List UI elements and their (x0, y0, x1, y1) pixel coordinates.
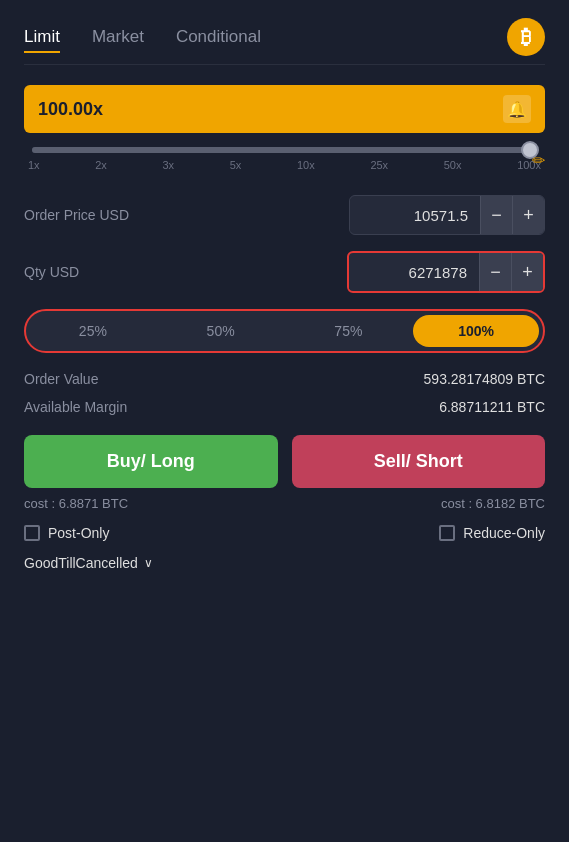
order-value-label: Order Value (24, 371, 98, 387)
order-price-label: Order Price USD (24, 207, 349, 223)
order-price-input[interactable] (350, 199, 480, 232)
slider-ticks: 1x 2x 3x 5x 10x 25x 50x 100x (24, 159, 545, 171)
trading-panel: Limit Market Conditional ₿ 100.00x 🔔 1x … (0, 0, 569, 595)
available-margin-row: Available Margin 6.88711211 BTC (24, 399, 545, 415)
tick-2x: 2x (95, 159, 107, 171)
qty-plus-button[interactable]: + (511, 253, 543, 291)
slider-thumb[interactable] (521, 141, 539, 159)
chevron-down-icon: ∨ (144, 556, 153, 570)
available-margin-amount: 6.88711211 BTC (439, 399, 545, 415)
checkbox-row: Post-Only Reduce-Only (24, 525, 545, 541)
tick-3x: 3x (163, 159, 175, 171)
btc-icon[interactable]: ₿ (507, 18, 545, 56)
tick-10x: 10x (297, 159, 315, 171)
percentage-row: 25% 50% 75% 100% (24, 309, 545, 353)
sell-short-button[interactable]: Sell/ Short (292, 435, 546, 488)
tick-5x: 5x (230, 159, 242, 171)
order-type-dropdown[interactable]: GoodTillCancelled ∨ (24, 555, 545, 571)
qty-label: Qty USD (24, 264, 347, 280)
available-margin-label: Available Margin (24, 399, 127, 415)
buy-long-button[interactable]: Buy/ Long (24, 435, 278, 488)
cost-row: cost : 6.8871 BTC cost : 6.8182 BTC (24, 496, 545, 511)
leverage-slider-container: 1x 2x 3x 5x 10x 25x 50x 100x ✏ (24, 143, 545, 175)
qty-row: Qty USD − + (24, 251, 545, 293)
tab-market[interactable]: Market (92, 21, 144, 53)
tick-50x: 50x (444, 159, 462, 171)
tabs-bar: Limit Market Conditional ₿ (24, 0, 545, 65)
action-buttons-row: Buy/ Long Sell/ Short (24, 435, 545, 488)
qty-input-group: − + (347, 251, 545, 293)
slider-fill (32, 147, 537, 153)
reduce-only-checkbox[interactable] (439, 525, 455, 541)
sell-cost-text: cost : 6.8182 BTC (441, 496, 545, 511)
leverage-value: 100.00x (38, 99, 103, 120)
order-price-minus-button[interactable]: − (480, 196, 512, 234)
tab-limit[interactable]: Limit (24, 21, 60, 53)
post-only-label: Post-Only (48, 525, 109, 541)
order-price-input-group: − + (349, 195, 545, 235)
tick-100x: 100x (517, 159, 541, 171)
pct-25-button[interactable]: 25% (30, 315, 156, 347)
order-value-amount: 593.28174809 BTC (424, 371, 545, 387)
buy-cost-text: cost : 6.8871 BTC (24, 496, 128, 511)
order-price-plus-button[interactable]: + (512, 196, 544, 234)
pct-50-button[interactable]: 50% (158, 315, 284, 347)
post-only-checkbox[interactable] (24, 525, 40, 541)
tick-25x: 25x (370, 159, 388, 171)
tab-conditional[interactable]: Conditional (176, 21, 261, 53)
order-value-row: Order Value 593.28174809 BTC (24, 371, 545, 387)
slider-track[interactable] (32, 147, 537, 153)
pct-100-button[interactable]: 100% (413, 315, 539, 347)
tick-1x: 1x (28, 159, 40, 171)
order-price-row: Order Price USD − + (24, 195, 545, 235)
post-only-checkbox-item[interactable]: Post-Only (24, 525, 109, 541)
qty-input[interactable] (349, 256, 479, 289)
leverage-bar[interactable]: 100.00x 🔔 (24, 85, 545, 133)
reduce-only-checkbox-item[interactable]: Reduce-Only (439, 525, 545, 541)
bell-icon[interactable]: 🔔 (503, 95, 531, 123)
pct-75-button[interactable]: 75% (286, 315, 412, 347)
qty-minus-button[interactable]: − (479, 253, 511, 291)
dropdown-label: GoodTillCancelled (24, 555, 138, 571)
reduce-only-label: Reduce-Only (463, 525, 545, 541)
